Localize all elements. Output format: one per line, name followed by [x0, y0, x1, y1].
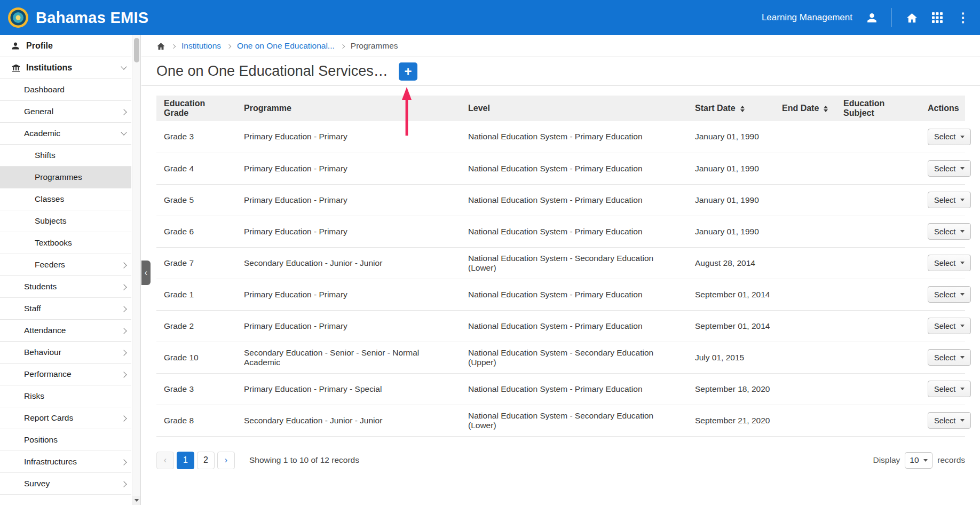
brand: Bahamas EMIS [7, 7, 149, 28]
sidebar-item-attendance[interactable]: Attendance [0, 320, 131, 342]
sidebar-item-report-cards[interactable]: Report Cards [0, 407, 131, 429]
row-select-button[interactable]: Select [928, 412, 971, 429]
row-select-button[interactable]: Select [928, 223, 971, 240]
cell-start-date: September 01, 2014 [687, 310, 774, 342]
sidebar-item-general[interactable]: General [0, 101, 131, 123]
sort-icon[interactable] [824, 106, 828, 112]
pagination-page-2-button[interactable]: 2 [197, 452, 215, 469]
more-menu-icon[interactable]: ⋮ [957, 11, 969, 24]
row-select-button[interactable]: Select [928, 160, 971, 177]
display-count-value: 10 [910, 455, 919, 465]
pagination-page-1-button[interactable]: 1 [177, 452, 194, 469]
select-label: Select [934, 322, 955, 330]
sidebar-item-subjects[interactable]: Subjects [0, 210, 131, 232]
cell-actions: Select [920, 342, 965, 373]
sidebar-item-label: Infrastructures [24, 457, 77, 467]
row-select-button[interactable]: Select [928, 381, 971, 397]
sidebar-item-label: Programmes [35, 172, 82, 182]
cell-actions: Select [920, 121, 965, 153]
sidebar-item-label: Behaviour [24, 348, 61, 357]
sidebar-item-behaviour[interactable]: Behaviour [0, 342, 131, 364]
sidebar-item-label: Academic [24, 129, 60, 138]
breadcrumb-institution-name-link[interactable]: One on One Educational... [237, 41, 335, 51]
table-row: Grade 1 Primary Education - Primary Nati… [156, 279, 965, 310]
select-label: Select [934, 259, 955, 267]
row-select-button[interactable]: Select [928, 255, 971, 271]
row-select-button[interactable]: Select [928, 129, 971, 145]
sidebar-item-label: Feeders [35, 260, 65, 270]
header-start-date[interactable]: Start Date [687, 96, 774, 121]
add-programme-button[interactable]: + [399, 62, 417, 81]
cell-level: National Education System - Secondary Ed… [461, 405, 687, 436]
sidebar-item-label: Subjects [35, 216, 66, 226]
cell-education-subject [836, 184, 920, 216]
chevron-right-icon [121, 284, 127, 290]
cell-programme: Secondary Education - Junior - Junior [236, 405, 461, 436]
row-select-button[interactable]: Select [928, 318, 971, 334]
learning-management-link[interactable]: Learning Management [762, 12, 852, 23]
scrollbar-thumb[interactable] [134, 38, 139, 62]
sidebar-item-dashboard[interactable]: Dashboard [0, 79, 131, 101]
pagination-prev-button[interactable]: ‹ [156, 452, 174, 469]
pagination-bar: ‹ 1 2 › Showing 1 to 10 of 12 records Di… [141, 452, 980, 469]
apps-grid-icon[interactable] [932, 12, 943, 23]
sidebar-item-textbooks[interactable]: Textbooks [0, 232, 131, 254]
cell-level: National Education System - Primary Educ… [461, 121, 687, 153]
chevron-down-icon [960, 293, 965, 296]
cell-end-date [774, 279, 836, 310]
header-label: End Date [782, 104, 819, 113]
sidebar-item-performance[interactable]: Performance [0, 364, 131, 385]
sidebar-item-staff[interactable]: Staff [0, 298, 131, 320]
cell-actions: Select [920, 153, 965, 184]
user-icon[interactable] [866, 12, 878, 23]
cell-level: National Education System - Primary Educ… [461, 216, 687, 247]
sidebar-item-shifts[interactable]: Shifts [0, 145, 131, 167]
select-label: Select [934, 196, 955, 204]
breadcrumb-institutions-link[interactable]: Institutions [181, 41, 221, 51]
table-row: Grade 4 Primary Education - Primary Nati… [156, 153, 965, 184]
home-icon[interactable] [906, 12, 918, 24]
cell-education-grade: Grade 7 [156, 247, 236, 279]
cell-start-date: January 01, 1990 [687, 153, 774, 184]
header-end-date[interactable]: End Date [774, 96, 836, 121]
cell-actions: Select [920, 184, 965, 216]
breadcrumb-home-icon[interactable] [156, 42, 165, 51]
pagination-next-button[interactable]: › [217, 452, 235, 469]
cell-education-grade: Grade 6 [156, 216, 236, 247]
sidebar-item-positions[interactable]: Positions [0, 429, 131, 451]
breadcrumb-current: Programmes [351, 41, 398, 51]
scrollbar-down-button[interactable] [132, 496, 140, 505]
sidebar-item-label: Dashboard [24, 85, 65, 94]
sidebar-collapse-handle[interactable]: ‹ [141, 261, 151, 285]
programmes-table: Education Grade Programme Level Start Da… [156, 96, 965, 437]
sidebar-item-infrastructures[interactable]: Infrastructures [0, 451, 131, 473]
row-select-button[interactable]: Select [928, 349, 971, 366]
sidebar-item-risks[interactable]: Risks [0, 385, 131, 407]
sidebar-item-classes[interactable]: Classes [0, 188, 131, 210]
display-count-dropdown[interactable]: 10 [905, 452, 932, 469]
cell-actions: Select [920, 310, 965, 342]
sidebar-item-label: Performance [24, 369, 72, 379]
cell-programme: Primary Education - Primary - Special [236, 373, 461, 405]
sidebar-item-profile[interactable]: Profile [0, 35, 131, 57]
triangle-down-icon [135, 499, 139, 502]
sidebar-item-institutions[interactable]: Institutions [0, 57, 131, 79]
sidebar-scrollbar[interactable] [132, 35, 140, 505]
sidebar-item-survey[interactable]: Survey [0, 473, 131, 495]
row-select-button[interactable]: Select [928, 192, 971, 208]
header-actions: Actions [920, 96, 965, 121]
sidebar-item-label: Attendance [24, 326, 66, 335]
sidebar-item-programmes[interactable]: Programmes [0, 167, 131, 188]
sidebar-item-academic[interactable]: Academic [0, 123, 131, 145]
table-row: Grade 3 Primary Education - Primary Nati… [156, 121, 965, 153]
row-select-button[interactable]: Select [928, 286, 971, 303]
cell-education-subject [836, 247, 920, 279]
header-divider [891, 8, 892, 27]
sidebar-item-label: Textbooks [35, 238, 72, 248]
sidebar-item-students[interactable]: Students [0, 276, 131, 298]
cell-start-date: January 01, 1990 [687, 216, 774, 247]
chevron-down-icon [121, 129, 127, 135]
sort-icon[interactable] [740, 106, 745, 112]
table-header-row: Education Grade Programme Level Start Da… [156, 96, 965, 121]
sidebar-item-feeders[interactable]: Feeders [0, 254, 131, 276]
